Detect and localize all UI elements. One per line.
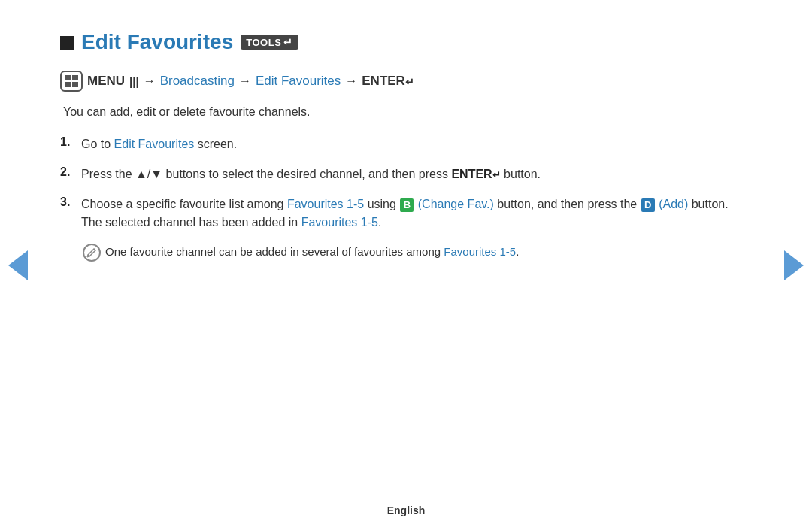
right-arrow-icon <box>784 250 804 280</box>
step-3-content: Choose a specific favourite list among F… <box>81 195 752 232</box>
step-2: 2. Press the ▲/▼ buttons to select the d… <box>60 165 752 183</box>
svg-rect-2 <box>65 82 71 87</box>
breadcrumb-arrow-3: → <box>345 74 357 88</box>
step-2-content: Press the ▲/▼ buttons to select the desi… <box>81 165 541 183</box>
svg-rect-1 <box>72 75 78 80</box>
nav-arrow-left[interactable] <box>8 249 29 282</box>
step-3-link4: Favourites 1-5 <box>301 216 378 229</box>
nav-arrow-right[interactable] <box>783 249 804 282</box>
tools-label: TOOLS <box>246 37 281 48</box>
steps-list: 1. Go to Edit Favourites screen. 2. Pres… <box>60 135 752 232</box>
svg-rect-3 <box>72 82 78 87</box>
section-bullet <box>60 36 74 50</box>
breadcrumb-enter: ENTER↵ <box>362 74 414 89</box>
note-text-after: . <box>516 245 519 258</box>
tools-icon: ↵ <box>283 36 293 48</box>
menu-label: MENU <box>87 74 125 89</box>
footer-language: English <box>387 504 426 516</box>
step-1-text-after: screen. <box>194 138 237 150</box>
breadcrumb-row: MENU ||| → Broadcasting → Edit Favourite… <box>60 71 752 92</box>
btn-d-badge: D <box>641 198 655 212</box>
menu-icon <box>60 71 83 92</box>
description-text: You can add, edit or delete favourite ch… <box>63 105 752 119</box>
note-text: One favourite channel can be added in se… <box>105 244 519 261</box>
step-1-content: Go to Edit Favourites screen. <box>81 135 237 153</box>
page-title: Edit Favourites <box>81 30 233 54</box>
note-icon <box>83 244 101 262</box>
step-3-text-end: . <box>378 216 381 229</box>
step-2-number: 2. <box>60 165 81 179</box>
breadcrumb-arrow-2: → <box>239 74 251 88</box>
step-2-text-after: button. <box>501 168 541 180</box>
step-3-text-mid2: button, and then press the <box>494 198 641 210</box>
left-arrow-icon <box>8 250 28 280</box>
step-3: 3. Choose a specific favourite list amon… <box>60 195 752 232</box>
step-3-link1: Favourites 1-5 <box>287 198 364 210</box>
step-3-link3: (Add) <box>659 198 688 210</box>
step-3-text-before: Choose a specific favourite list among <box>81 198 287 210</box>
step-1-text-before: Go to <box>81 138 114 150</box>
title-row: Edit Favourites TOOLS ↵ <box>60 30 752 54</box>
breadcrumb-broadcasting: Broadcasting <box>160 74 235 89</box>
breadcrumb-edit-favourites: Edit Favourites <box>256 74 341 89</box>
note-text-before: One favourite channel can be added in se… <box>105 245 444 258</box>
step-3-link2: (Change Fav.) <box>418 198 494 210</box>
step-1-number: 1. <box>60 135 81 149</box>
note-row: One favourite channel can be added in se… <box>83 244 752 262</box>
step-1: 1. Go to Edit Favourites screen. <box>60 135 752 153</box>
btn-b-badge: B <box>400 198 414 212</box>
step-3-number: 3. <box>60 195 81 209</box>
page-container: Edit Favourites TOOLS ↵ MENU ||| → Broad… <box>0 0 812 530</box>
footer: English <box>0 504 812 516</box>
breadcrumb-arrow-1: → <box>144 74 156 88</box>
step-2-bold: ENTER↵ <box>451 168 500 180</box>
menu-lines-icon: ||| <box>129 75 139 88</box>
menu-symbol-icon <box>65 75 78 87</box>
tools-badge: TOOLS ↵ <box>241 35 298 50</box>
svg-rect-0 <box>65 75 71 80</box>
step-3-text-mid1: using <box>364 198 399 210</box>
note-link: Favourites 1-5 <box>444 245 516 258</box>
step-2-text-before: Press the ▲/▼ buttons to select the desi… <box>81 168 451 180</box>
pencil-note-icon <box>86 247 97 258</box>
step-1-link: Edit Favourites <box>114 138 195 150</box>
